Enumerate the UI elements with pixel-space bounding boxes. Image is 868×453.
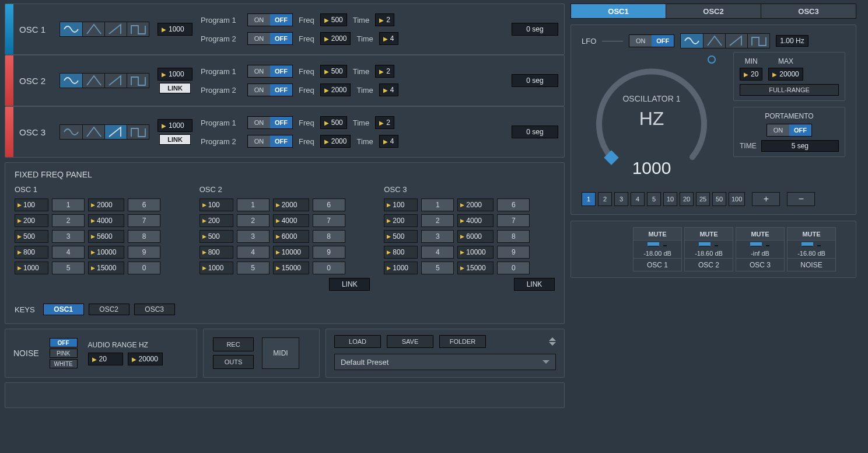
ffp-freq-button[interactable]: ▶4000 [88,214,124,227]
program-time-input[interactable]: ▶4 [379,32,398,45]
ffp-link-button[interactable]: LINK [329,278,370,291]
wave-triangle-button[interactable] [703,34,725,48]
mute-button[interactable]: MUTE [788,228,835,241]
keys-osc3-button[interactable]: OSC3 [134,304,175,315]
ffp-freq-button[interactable]: ▶200 [200,214,233,227]
ffp-freq-button[interactable]: ▶100 [384,198,418,211]
wave-triangle-button[interactable] [82,22,104,36]
preset-prev-icon[interactable] [549,337,556,341]
increment-button[interactable]: + [752,192,780,206]
ffp-freq-button[interactable]: ▶4000 [457,214,494,227]
wave-square-button[interactable] [127,125,149,139]
preset-next-icon[interactable] [549,342,556,346]
outs-button[interactable]: OUTS [213,355,254,369]
program-2-toggle[interactable]: ONOFF [247,32,293,45]
ffp-slot-button[interactable]: 9 [313,246,345,259]
step-50-button[interactable]: 50 [712,192,726,206]
ffp-freq-button[interactable]: ▶500 [384,230,418,243]
noise-off-button[interactable]: OFF [50,338,78,347]
fader[interactable] [648,245,659,246]
osc-freq-input[interactable]: ▶1000 [158,68,192,81]
program-time-input[interactable]: ▶2 [375,13,394,26]
step-4-button[interactable]: 4 [631,192,645,206]
wave-saw-button[interactable] [725,34,747,48]
wave-square-button[interactable] [127,22,149,36]
osc-freq-input[interactable]: ▶1000 [158,23,192,36]
frequency-dial[interactable]: OSCILLATOR 1 HZ 1000 [582,52,722,186]
ffp-slot-button[interactable]: 1 [52,198,85,211]
ffp-slot-button[interactable]: 8 [313,230,345,243]
fader[interactable] [802,245,813,246]
wave-sine-button[interactable] [60,125,82,139]
save-button[interactable]: SAVE [387,335,433,348]
ffp-freq-button[interactable]: ▶500 [15,230,48,243]
ffp-freq-button[interactable]: ▶800 [384,246,418,259]
portamento-time-input[interactable]: 5 seg [761,140,839,152]
decrement-button[interactable]: − [787,192,815,206]
wave-square-button[interactable] [747,34,769,48]
mute-button[interactable]: MUTE [685,228,733,241]
program-time-input[interactable]: ▶2 [375,65,394,78]
ffp-slot-button[interactable]: 5 [421,262,454,274]
ffp-slot-button[interactable]: 5 [237,262,270,274]
folder-button[interactable]: FOLDER [439,335,486,348]
ffp-slot-button[interactable]: 7 [128,214,160,227]
link-button[interactable]: LINK [159,83,191,93]
ffp-freq-button[interactable]: ▶4000 [273,214,309,227]
program-2-toggle[interactable]: ONOFF [247,83,293,96]
ffp-freq-button[interactable]: ▶15000 [88,262,124,274]
step-20-button[interactable]: 20 [680,192,694,206]
fader[interactable] [699,245,710,246]
ffp-slot-button[interactable]: 4 [52,246,85,259]
ffp-freq-button[interactable]: ▶2000 [457,198,494,211]
program-freq-input[interactable]: ▶500 [320,65,347,78]
ffp-freq-button[interactable]: ▶800 [15,246,48,259]
step-25-button[interactable]: 25 [696,192,710,206]
wave-sine-button[interactable] [60,22,82,36]
osc-freq-input[interactable]: ▶1000 [158,119,192,132]
ffp-freq-button[interactable]: ▶500 [200,230,233,243]
portamento-toggle[interactable]: ON OFF [766,124,812,137]
ffp-freq-button[interactable]: ▶15000 [273,262,309,274]
max-input[interactable]: ▶20000 [768,68,803,81]
ffp-freq-button[interactable]: ▶2000 [273,198,309,211]
program-1-toggle[interactable]: ONOFF [247,13,293,26]
program-1-toggle[interactable]: ONOFF [247,116,293,129]
ffp-freq-button[interactable]: ▶6000 [457,230,494,243]
step-5-button[interactable]: 5 [647,192,661,206]
ffp-slot-button[interactable]: 0 [128,262,160,274]
ffp-slot-button[interactable]: 2 [237,214,270,227]
ffp-freq-button[interactable]: ▶10000 [273,246,309,259]
ffp-freq-button[interactable]: ▶10000 [88,246,124,259]
ffp-link-button[interactable]: LINK [514,278,555,291]
program-freq-input[interactable]: ▶2000 [320,135,351,148]
program-time-input[interactable]: ▶4 [379,83,398,96]
ffp-freq-button[interactable]: ▶5600 [88,230,124,243]
ffp-slot-button[interactable]: 2 [52,214,85,227]
program-time-input[interactable]: ▶2 [375,116,394,129]
keys-osc1-button[interactable]: OSC1 [43,304,84,315]
keys-osc2-button[interactable]: OSC2 [89,304,130,315]
lfo-hz-input[interactable]: 1.00 Hz [776,35,808,47]
step-10-button[interactable]: 10 [663,192,677,206]
wave-triangle-button[interactable] [82,125,104,139]
ffp-slot-button[interactable]: 8 [497,230,530,243]
ffp-slot-button[interactable]: 6 [313,198,345,211]
ffp-slot-button[interactable]: 4 [237,246,270,259]
ffp-freq-button[interactable]: ▶100 [200,198,233,211]
program-freq-input[interactable]: ▶500 [320,116,347,129]
wave-saw-button[interactable] [104,74,127,88]
ffp-freq-button[interactable]: ▶800 [200,246,233,259]
step-3-button[interactable]: 3 [614,192,628,206]
ffp-slot-button[interactable]: 2 [421,214,454,227]
link-button[interactable]: LINK [159,134,191,145]
wave-square-button[interactable] [127,74,149,88]
ffp-slot-button[interactable]: 7 [497,214,530,227]
ffp-slot-button[interactable]: 6 [128,198,160,211]
ffp-freq-button[interactable]: ▶15000 [457,262,494,274]
program-freq-input[interactable]: ▶2000 [320,32,351,45]
ffp-freq-button[interactable]: ▶1000 [200,262,233,274]
ffp-slot-button[interactable]: 7 [313,214,345,227]
ffp-slot-button[interactable]: 3 [52,230,85,243]
ffp-slot-button[interactable]: 8 [128,230,160,243]
